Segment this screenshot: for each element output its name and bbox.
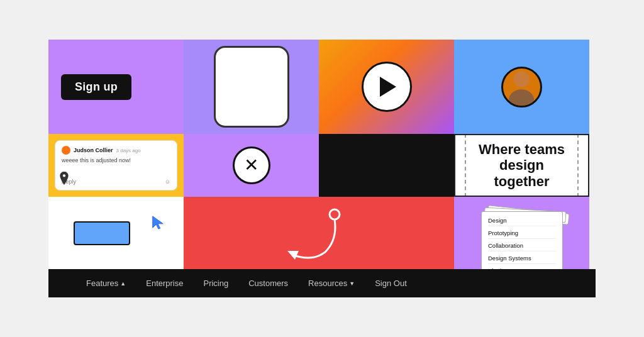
avatar-cell	[454, 40, 589, 134]
svg-marker-4	[287, 251, 299, 260]
feature-page-front: Design Prototyping Collaboration Design …	[481, 211, 563, 269]
blue-rectangle	[74, 221, 130, 245]
nav-resources[interactable]: Resources ▼	[308, 279, 355, 288]
play-button[interactable]	[362, 62, 412, 112]
loop-arrow-icon	[281, 202, 357, 265]
comment-box: Judson Collier 3 days ago weeee this is …	[55, 140, 177, 191]
nav-pricing[interactable]: Pricing	[203, 279, 228, 288]
feature-item-design: Design	[488, 217, 556, 226]
feature-item-systems: Design Systems	[488, 255, 556, 264]
resources-arrow-icon: ▼	[349, 280, 355, 287]
comment-reply-area: Reply ☺	[62, 179, 170, 185]
features-arrow-icon: ▲	[120, 280, 126, 287]
avatar-image	[503, 67, 540, 106]
nav-bar: Features ▲ Enterprise Pricing Customers …	[48, 269, 596, 297]
comment-header: Judson Collier 3 days ago	[62, 146, 170, 155]
nav-signout[interactable]: Sign Out	[375, 279, 407, 288]
comment-time: 3 days ago	[116, 148, 141, 153]
nav-enterprise[interactable]: Enterprise	[146, 279, 183, 288]
svg-marker-2	[153, 216, 164, 229]
feature-item-collab: Collaboration	[488, 242, 556, 251]
feature-pages: Design Prototyping Collaboration Design …	[464, 206, 580, 266]
design-heading: Where teams design together	[465, 134, 579, 197]
nav-customers[interactable]: Customers	[248, 279, 288, 288]
svg-point-0	[513, 71, 529, 87]
avatar	[501, 67, 542, 108]
location-pin-icon	[58, 172, 70, 189]
nav-features[interactable]: Features ▲	[86, 279, 126, 288]
orange-cell	[184, 197, 454, 269]
commenter-avatar	[62, 146, 70, 155]
play-cell	[319, 40, 454, 134]
play-icon	[380, 77, 396, 97]
signup-button[interactable]: Sign up	[61, 74, 131, 100]
arrow-cell	[48, 197, 184, 269]
comment-cell: Judson Collier 3 days ago weeee this is …	[48, 134, 184, 197]
svg-point-1	[509, 89, 534, 106]
phone-cell	[184, 40, 319, 134]
design-text-cell: Where teams design together	[454, 134, 589, 197]
svg-point-3	[330, 209, 340, 219]
close-button[interactable]: ✕	[233, 146, 270, 184]
feature-item-plugins: Plugins	[488, 267, 556, 269]
feature-list-cell: Design Prototyping Collaboration Design …	[454, 197, 589, 269]
commenter-name: Judson Collier	[74, 147, 113, 153]
feature-item-proto: Prototyping	[488, 229, 556, 239]
emoji-icon: ☺	[165, 179, 170, 185]
comment-text: weeee this is adjusted now!	[62, 157, 170, 165]
black-cell	[319, 134, 454, 197]
close-cell: ✕	[184, 134, 319, 197]
phone-mockup	[214, 46, 289, 128]
signup-cell: Sign up	[48, 40, 184, 134]
x-icon: ✕	[244, 157, 258, 174]
cursor-arrow-icon	[151, 216, 165, 232]
main-container: Sign up	[48, 40, 596, 297]
feature-grid: Sign up	[48, 40, 596, 269]
